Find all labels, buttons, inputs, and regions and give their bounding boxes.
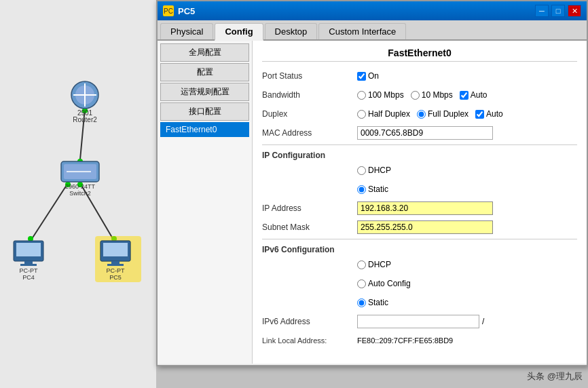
duplex-label: Duplex (262, 109, 357, 119)
tab-physical[interactable]: Physical (160, 23, 213, 39)
sidebar: 全局配置 配置 运营规则配置 接口配置 FastEthernet0 (158, 41, 253, 364)
svg-rect-22 (24, 261, 33, 264)
bandwidth-row: Bandwidth 100 Mbps 10 Mbps Auto (262, 88, 577, 102)
bandwidth-10-label[interactable]: 10 Mbps (411, 90, 453, 100)
svg-rect-23 (20, 264, 37, 266)
mac-address-input[interactable] (357, 126, 493, 140)
ipv6-autoconfig-label[interactable]: Auto Config (357, 279, 411, 288)
maximize-button[interactable]: □ (551, 5, 565, 17)
panel-title: FastEthernet0 (262, 47, 577, 62)
btn-policy-config[interactable]: 运营规则配置 (160, 83, 249, 101)
duplex-auto-checkbox[interactable] (475, 110, 484, 119)
bandwidth-label: Bandwidth (262, 90, 357, 100)
bandwidth-100-radio[interactable] (357, 91, 366, 100)
port-status-text: On (368, 71, 379, 81)
topology-area: 2901 Router2 2960-24TT Switch2 PC-PT PC4… (0, 0, 156, 388)
link-local-row: Link Local Address: FE80::209:7CFF:FE65:… (262, 333, 577, 348)
ipv6-address-value: / (357, 315, 577, 328)
ipv4-dhcp-radio[interactable] (357, 166, 366, 175)
ipv4-static-radio[interactable] (357, 185, 366, 194)
window-icon: PC (163, 5, 174, 16)
minimize-button[interactable]: ─ (535, 5, 549, 17)
btn-config[interactable]: 配置 (160, 63, 249, 81)
tab-desktop[interactable]: Desktop (265, 23, 318, 39)
link-local-label: Link Local Address: (262, 336, 357, 345)
config-panel: FastEthernet0 Port Status On Bandwidth (253, 41, 587, 364)
ipv6-static-label[interactable]: Static (357, 298, 388, 307)
subnet-mask-row: Subnet Mask (262, 220, 577, 235)
ipv6-static-radio[interactable] (357, 298, 366, 307)
bandwidth-auto-label[interactable]: Auto (460, 90, 488, 100)
ipv4-static-label[interactable]: Static (357, 185, 388, 194)
bandwidth-auto-checkbox[interactable] (460, 91, 468, 100)
btn-interface-config[interactable]: 接口配置 (160, 102, 249, 121)
port-status-checkbox-label[interactable]: On (357, 71, 577, 81)
ipv6-dhcp-text: DHCP (368, 260, 391, 269)
duplex-auto-label[interactable]: Auto (475, 109, 503, 119)
svg-text:PC-PT: PC-PT (20, 267, 39, 274)
svg-text:2960-24TT: 2960-24TT (65, 183, 96, 190)
full-duplex-radio[interactable] (417, 110, 426, 119)
subnet-mask-value (357, 220, 577, 234)
svg-text:Router2: Router2 (73, 116, 97, 123)
subnet-mask-label: Subnet Mask (262, 222, 357, 232)
ipv4-static-text: Static (368, 185, 388, 194)
ip-address-row: IP Address (262, 201, 577, 216)
ipv4-dhcp-text: DHCP (368, 166, 391, 175)
content-area: 全局配置 配置 运营规则配置 接口配置 FastEthernet0 FastEt… (158, 41, 587, 364)
port-status-label: Port Status (262, 71, 357, 81)
port-status-checkbox[interactable] (357, 72, 366, 81)
full-duplex-label[interactable]: Full Duplex (417, 109, 468, 119)
ipv6-address-label: IPv6 Address (262, 317, 357, 326)
ipv6-static-row: Static (262, 295, 577, 310)
half-duplex-text: Half Duplex (368, 109, 410, 119)
svg-rect-34 (107, 264, 124, 266)
ipv4-dhcp-row: DHCP (262, 163, 577, 178)
ip-address-input[interactable] (357, 201, 493, 215)
ipv6-autoconfig-row: Auto Config (262, 276, 577, 291)
tab-custom-interface[interactable]: Custom Interface (318, 23, 406, 39)
ipv4-static-row: Static (262, 182, 577, 197)
topology-svg: 2901 Router2 2960-24TT Switch2 PC-PT PC4… (0, 0, 156, 346)
mac-address-label: MAC Address (262, 128, 357, 138)
ipv4-dhcp-label[interactable]: DHCP (357, 166, 391, 175)
svg-text:PC-PT: PC-PT (107, 267, 126, 274)
sidebar-item-fastethernet0[interactable]: FastEthernet0 (160, 122, 249, 137)
ipv6-dhcp-label[interactable]: DHCP (357, 260, 391, 269)
watermark: 头条 @理九辰 (527, 370, 583, 383)
ip-address-label: IP Address (262, 203, 357, 213)
ipv6-address-input[interactable] (357, 315, 479, 328)
ipv6-suffix: / (482, 317, 484, 326)
svg-text:PC5: PC5 (109, 274, 122, 281)
ipv6-autoconfig-radio[interactable] (357, 279, 366, 288)
svg-text:PC4: PC4 (22, 274, 35, 281)
mac-address-row: MAC Address (262, 125, 577, 140)
ipv6-autoconfig-text: Auto Config (368, 279, 411, 288)
bandwidth-100-text: 100 Mbps (368, 90, 404, 100)
bandwidth-options: 100 Mbps 10 Mbps Auto (357, 90, 577, 100)
ipv6-dhcp-row: DHCP (262, 257, 577, 272)
ipv4-section-title: IP Configuration (262, 151, 577, 160)
bandwidth-100-label[interactable]: 100 Mbps (357, 90, 404, 100)
subnet-mask-input[interactable] (357, 220, 493, 234)
btn-global-config[interactable]: 全局配置 (160, 43, 249, 62)
port-status-value: On (357, 71, 577, 81)
window-title: PC5 (178, 6, 535, 16)
svg-rect-33 (111, 261, 120, 264)
window-controls: ─ □ ✕ (535, 5, 581, 17)
tab-config[interactable]: Config (215, 23, 263, 41)
ipv6-address-row: IPv6 Address / (262, 314, 577, 329)
bandwidth-10-radio[interactable] (411, 91, 420, 100)
half-duplex-radio[interactable] (357, 110, 366, 119)
divider-1 (262, 144, 577, 145)
close-button[interactable]: ✕ (568, 5, 581, 17)
duplex-auto-text: Auto (486, 109, 503, 119)
duplex-row: Duplex Half Duplex Full Duplex Auto (262, 106, 577, 121)
svg-line-1 (31, 183, 68, 241)
bandwidth-10-text: 10 Mbps (422, 90, 453, 100)
bandwidth-auto-text: Auto (471, 90, 488, 100)
mac-address-value (357, 126, 577, 140)
svg-text:Switch2: Switch2 (69, 190, 91, 197)
ipv6-dhcp-radio[interactable] (357, 260, 366, 269)
half-duplex-label[interactable]: Half Duplex (357, 109, 410, 119)
